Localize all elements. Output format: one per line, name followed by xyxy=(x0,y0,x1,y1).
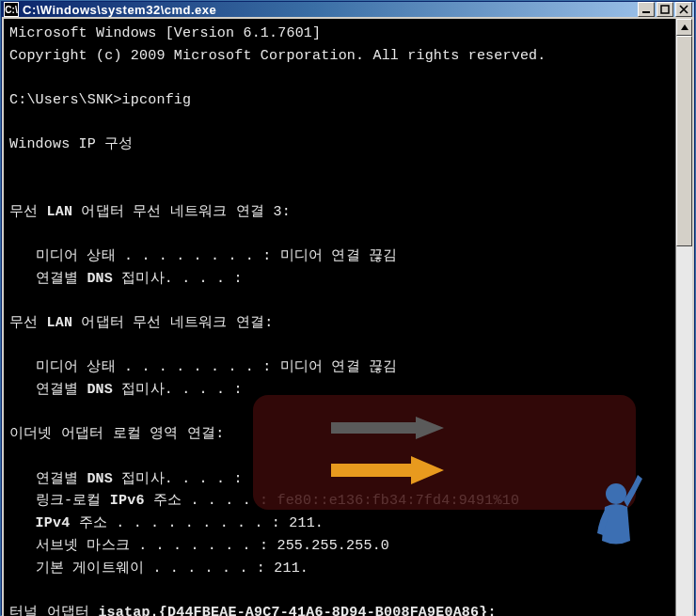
line: 접미사. . . . : xyxy=(113,471,243,487)
line: 접미사. . . . : xyxy=(113,271,243,287)
svg-rect-1 xyxy=(661,6,669,13)
line: Windows IP 구성 xyxy=(9,136,134,152)
line: 이더넷 어댑터 로컬 영역 연결: xyxy=(9,426,224,442)
line-bold: IPv4 xyxy=(36,515,71,531)
line xyxy=(9,515,36,531)
window-title: C:\Windows\system32\cmd.exe xyxy=(23,3,638,17)
line: 기본 게이트웨이 . . . . . . : 211. xyxy=(9,561,308,577)
line: Microsoft Windows [Version 6.1.7601] xyxy=(9,25,321,41)
cmd-icon: C:\ xyxy=(4,2,19,17)
line-bold: isatap.{D44FBEAE-A9C7-41A6-8D94-B008FA9E… xyxy=(98,605,496,616)
line-bold: LAN xyxy=(47,315,73,331)
line: 어댑터 무선 네트워크 연결 3: xyxy=(72,204,291,220)
line: Copyright (c) 2009 Microsoft Corporation… xyxy=(9,48,546,64)
line: C:\Users\SNK>ipconfig xyxy=(9,92,191,108)
line: 어댑터 무선 네트워크 연결: xyxy=(72,315,273,331)
line-bold: DNS xyxy=(87,382,113,398)
close-button[interactable] xyxy=(675,2,692,17)
vertical-scrollbar[interactable] xyxy=(675,19,692,616)
line-bold: LAN xyxy=(47,204,73,220)
line: 미디어 상태 . . . . . . . . : 미디어 연결 끊김 xyxy=(9,248,397,264)
line: 무선 xyxy=(9,204,47,220)
line: 연결별 xyxy=(9,382,87,398)
line: 주소 . . . . . . . . . : 211. xyxy=(70,515,324,531)
scroll-thumb[interactable] xyxy=(676,36,692,246)
cmd-window: C:\ C:\Windows\system32\cmd.exe Microsof… xyxy=(1,1,695,615)
line: 미디어 상태 . . . . . . . . : 미디어 연결 끊김 xyxy=(9,359,397,375)
titlebar[interactable]: C:\ C:\Windows\system32\cmd.exe xyxy=(2,2,694,17)
client-area: Microsoft Windows [Version 6.1.7601] Cop… xyxy=(2,17,694,616)
minimize-button[interactable] xyxy=(638,2,655,17)
line-bold: IPv6 xyxy=(110,493,145,509)
svg-rect-0 xyxy=(642,11,650,13)
line: 연결별 xyxy=(9,271,87,287)
line: 링크-로컬 xyxy=(9,493,110,509)
console-output[interactable]: Microsoft Windows [Version 6.1.7601] Cop… xyxy=(4,19,675,616)
line: 연결별 xyxy=(9,471,87,487)
line: 터널 어댑터 xyxy=(9,605,98,616)
line: 주소 . . . . : fe80::e136:fb34:7fd4:9491%1… xyxy=(145,493,519,509)
scroll-track[interactable] xyxy=(676,36,692,616)
line: 접미사. . . . : xyxy=(113,382,243,398)
scroll-up-button[interactable] xyxy=(676,19,692,36)
line: 무선 xyxy=(9,315,47,331)
window-controls xyxy=(638,2,692,17)
line: 서브넷 마스크 . . . . . . . : 255.255.255.0 xyxy=(9,538,389,554)
line-bold: DNS xyxy=(87,271,113,287)
maximize-button[interactable] xyxy=(656,2,673,17)
line-bold: DNS xyxy=(87,471,113,487)
